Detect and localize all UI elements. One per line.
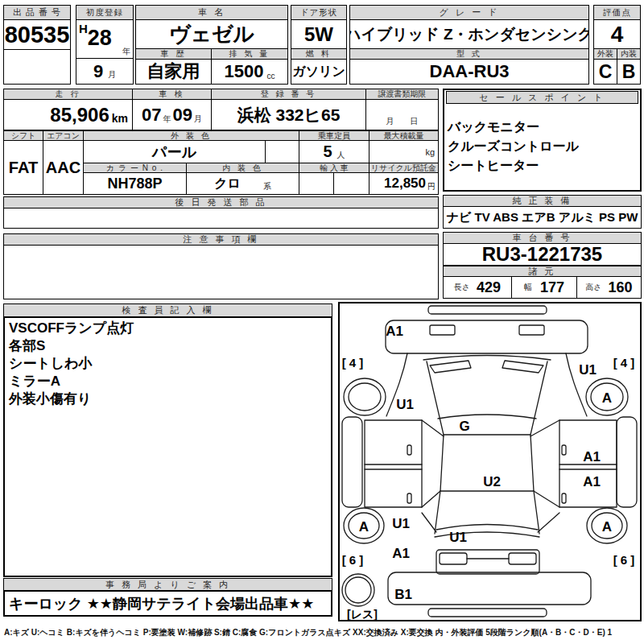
damage-marker-rear-floor: U1 [449, 530, 467, 545]
history-header: 車 歴 [135, 48, 212, 60]
import-blank-cell-1 [299, 172, 334, 195]
chassis-no-header: 車 台 番 号 [443, 232, 642, 244]
mileage-cell: 85,906 km [3, 99, 133, 130]
sales-point-item: バックモニター [448, 118, 638, 137]
damage-marker-rear-left-wheel: A [359, 519, 369, 535]
first-reg-year: 28 [88, 26, 112, 51]
dim-height-cell: 高さ 160 [576, 276, 642, 299]
inspector-notes-box: VSCOFFランプ点灯 各部S シートしわ小 ミラーA 外装小傷有り [3, 316, 332, 577]
shaken-header: 車 検 [132, 89, 212, 100]
damage-marker-spare-tire: [レス] [347, 608, 378, 620]
dim-length-cell: 長さ 429 [443, 276, 512, 299]
damage-marker-left-quarter-panel: A1 [392, 546, 410, 561]
int-color-cell: クロ 系 [186, 172, 299, 195]
plate-header: 登 録 番 号 [211, 89, 366, 100]
car-name-header: 車 名 [135, 5, 288, 20]
grade-header: グ レ ー ド [349, 5, 589, 20]
shaken-year-unit: 年 [163, 114, 171, 125]
office-notice-value: キーロック ★★静岡サテライト会場出品車★★ [3, 590, 332, 617]
damage-marker-front-right-fender: U1 [579, 362, 597, 378]
score-value: 4 [593, 19, 641, 49]
damage-marker-right-front-door: A1 [583, 449, 601, 464]
displacement-value: 1500 [225, 61, 264, 82]
dim-length-value: 429 [477, 279, 501, 296]
auction-sheet: 出 品 番 号 80535 初度登録 H 28 年 9 月 車 名 ヴェゼル 車… [0, 0, 644, 644]
door-value: 5W [291, 19, 347, 49]
inspector-note: シートしわ小 [9, 355, 93, 373]
interior-grade-header: 内装 [617, 48, 641, 60]
fuel-header: 燃 料 [291, 48, 347, 60]
damage-marker-windshield: G [459, 419, 469, 434]
later-parts-header: 後 日 発 送 部 品 [3, 196, 439, 208]
caution-header: 注 意 事 項 欄 [3, 233, 439, 246]
plate-value: 浜松 332ヒ65 [211, 99, 366, 130]
first-reg-era: H [79, 22, 88, 35]
inspector-note: 外装小傷有り [9, 390, 91, 408]
dim-width-label: 幅 [524, 282, 532, 293]
inspector-note: 各部S [9, 337, 45, 355]
chassis-no-value: RU3-1221735 [443, 243, 642, 266]
shaken-year: 07 [142, 105, 161, 126]
car-diagram-svg: A1[ 4 ][ 4 ]U1AU1GA1U2A1AU1U1AA1[ 6 ][ 6… [340, 303, 640, 620]
damage-marker-tread-rear-right: [ 6 ] [613, 553, 635, 567]
first-reg-month: 9 [93, 61, 103, 82]
inspector-header: 検 査 員 記 入 欄 [3, 303, 332, 317]
damage-marker-tread-front-right: [ 4 ] [613, 356, 635, 369]
office-notice-header: 事 務 局 よ り ご 案 内 [3, 578, 332, 591]
capacity-value: 5 [323, 142, 332, 161]
auction-no-value: 80535 [3, 19, 71, 50]
first-reg-year-unit: 年 [122, 46, 130, 57]
damage-marker-rear-right-wheel: A [602, 519, 612, 535]
shaken-month: 09 [173, 105, 192, 126]
history-value: 自家用 [135, 59, 212, 85]
model-code-header: 型 式 [349, 48, 589, 60]
int-color-value: クロ [214, 175, 241, 192]
color-no-value: NH788P [83, 172, 187, 195]
dim-height-label: 高さ [585, 282, 601, 293]
sales-point-list: バックモニター クルーズコントロール シートヒーター [448, 118, 638, 175]
auction-no-header: 出 品 番 号 [3, 5, 71, 20]
displacement-unit: cc [266, 72, 275, 80]
model-code-value: DAA-RU3 [349, 59, 589, 85]
import-blank-cell-2 [333, 172, 369, 195]
damage-marker-tread-rear-left: [ 6 ] [342, 553, 364, 567]
later-parts-blank [3, 208, 439, 229]
displacement-header: 排 気 量 [211, 48, 288, 60]
car-name-value: ヴェゼル [135, 19, 288, 49]
damage-marker-front-right-wheel: A [602, 390, 612, 406]
shaken-month-unit: 月 [194, 114, 202, 125]
damage-marker-left-rear-fender: U1 [392, 516, 410, 531]
displacement-value-cell: 1500 cc [211, 59, 288, 85]
equipment-value: ナビ TV ABS エアB アルミ PS PW [443, 206, 642, 229]
auction-no-blank-box [3, 49, 71, 85]
inspector-note: VSCOFFランプ点灯 [9, 320, 134, 337]
mileage-value: 85,906 [50, 104, 109, 126]
caution-blank [3, 245, 439, 299]
sales-point-header: セ ー ル ス ポ イ ン ト [446, 91, 638, 104]
payload-cell: kg [369, 140, 439, 163]
shift-value: FAT [3, 140, 43, 195]
first-reg-month-unit: 月 [108, 69, 116, 80]
exterior-grade-header: 外装 [593, 48, 617, 60]
recycle-value: 12,850 [384, 175, 426, 192]
equipment-header: 純 正 装 備 [443, 195, 642, 207]
recycle-cell: 12,850 円 [369, 172, 439, 195]
capacity-unit: 人 [337, 150, 345, 161]
recycle-unit: 円 [427, 181, 436, 192]
interior-grade-value: B [617, 59, 641, 85]
int-color-unit: 系 [263, 181, 271, 192]
ext-color-value: パール [83, 140, 266, 163]
dim-height-value: 160 [609, 279, 633, 296]
dim-width-value: 177 [540, 279, 564, 296]
transfer-deadline-value: 月 日 [365, 99, 439, 130]
shaken-cell: 07 年 09 月 [132, 99, 212, 130]
score-header: 評価点 [593, 5, 641, 20]
fuel-value: ガソリン [291, 59, 347, 85]
door-header: ドア形状 [291, 5, 347, 20]
first-reg-year-cell: H 28 年 [76, 19, 134, 59]
damage-code-legend: A:キズ U:ヘコミ B:キズを伴うヘコミ P:要塗装 W:補修跡 S:錆 C:… [4, 627, 642, 640]
inspector-note: ミラーA [9, 373, 60, 390]
car-diagram-box: A1[ 4 ][ 4 ]U1AU1GA1U2A1AU1U1AA1[ 6 ][ 6… [338, 302, 642, 621]
damage-marker-rear-bumper: B1 [394, 587, 412, 602]
exterior-grade-value: C [593, 59, 617, 85]
